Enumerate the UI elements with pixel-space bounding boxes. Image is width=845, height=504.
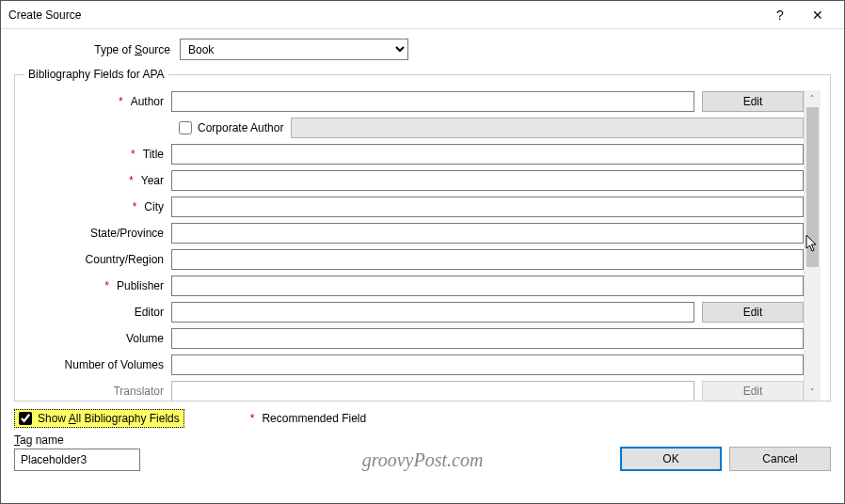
source-type-row: Type of Source Book [14,39,831,60]
editor-input[interactable] [171,302,694,323]
tag-name-group: Tag name [14,433,140,471]
options-row: Show All Bibliography Fields * Recommend… [14,409,831,428]
dialog-body: Type of Source Book Bibliography Fields … [1,29,844,477]
title-bar: Create Source ? ✕ [1,1,844,29]
state-province-input[interactable] [171,223,804,244]
year-input[interactable] [171,170,804,191]
show-all-fields-checkbox-container[interactable]: Show All Bibliography Fields [14,409,184,428]
translator-input[interactable] [171,381,694,402]
ok-button[interactable]: OK [620,447,722,471]
author-input[interactable] [171,91,694,112]
corporate-author-input [291,118,804,138]
source-type-select[interactable]: Book [180,39,408,60]
field-row-author: *Author Edit [24,90,804,112]
title-input[interactable] [171,144,804,165]
field-row-publisher: *Publisher [24,275,804,296]
fields-scrollbar[interactable]: ˄ ˅ [804,90,821,401]
corporate-author-checkbox[interactable] [179,121,192,134]
field-row-translator: Translator Edit [24,380,804,401]
show-all-fields-label: Show All Bibliography Fields [38,412,180,425]
scroll-thumb[interactable] [806,107,819,267]
field-row-num-volumes: Number of Volumes [24,354,804,375]
publisher-input[interactable] [171,276,804,296]
volume-input[interactable] [171,328,804,349]
field-row-volume: Volume [24,327,804,349]
scroll-down-button[interactable]: ˅ [805,384,821,401]
show-all-fields-checkbox[interactable] [19,412,32,425]
field-row-city: *City [24,196,804,217]
cancel-button[interactable]: Cancel [729,447,831,471]
source-type-label: Type of Source [14,43,180,56]
author-edit-button[interactable]: Edit [702,91,804,112]
editor-edit-button[interactable]: Edit [702,302,804,323]
help-button[interactable]: ? [761,2,799,28]
tag-name-label: Tag name [14,433,140,447]
bibliography-fields-legend: Bibliography Fields for APA [24,68,168,81]
field-row-state: State/Province [24,222,804,244]
close-button[interactable]: ✕ [799,2,837,28]
fields-viewport: *Author Edit Corporate Author *Title [24,90,804,401]
scroll-track[interactable] [805,107,821,384]
field-row-corporate-author: Corporate Author [24,117,804,138]
tag-name-input[interactable] [14,449,140,471]
translator-edit-button[interactable]: Edit [702,381,804,402]
scroll-up-button[interactable]: ˄ [805,90,821,107]
recommended-field-note: * Recommended Field [250,412,366,425]
country-region-input[interactable] [171,249,804,270]
field-row-country: Country/Region [24,248,804,270]
field-row-editor: Editor Edit [24,301,804,323]
city-input[interactable] [171,197,804,217]
field-row-title: *Title [24,143,804,165]
footer-row: Tag name OK Cancel [14,433,831,471]
window-title: Create Source [8,8,761,22]
number-of-volumes-input[interactable] [171,354,804,375]
bibliography-fields-group: Bibliography Fields for APA *Author Edit… [14,68,831,402]
field-row-year: *Year [24,169,804,191]
